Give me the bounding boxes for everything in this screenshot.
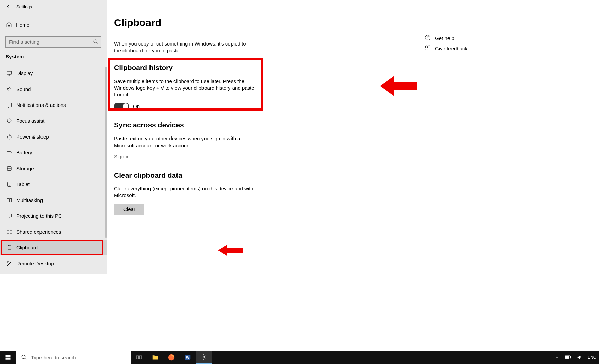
svg-rect-9 bbox=[7, 198, 9, 202]
clipboard-history-heading: Clipboard history bbox=[114, 64, 599, 72]
toggle-knob bbox=[123, 103, 128, 109]
svg-rect-25 bbox=[6, 358, 8, 360]
word-glyph-icon: W bbox=[184, 354, 191, 361]
svg-rect-36 bbox=[565, 356, 569, 359]
help-icon bbox=[424, 34, 432, 42]
sidebar-item-label: Power & sleep bbox=[16, 134, 49, 140]
clipboard-icon bbox=[6, 244, 13, 251]
sidebar-item-remote-desktop[interactable]: Remote Desktop bbox=[0, 255, 107, 271]
tray-language[interactable]: ENG bbox=[585, 355, 599, 360]
clipboard-history-toggle-row: On bbox=[114, 103, 599, 110]
taskbar-search[interactable]: Type here to search bbox=[16, 351, 131, 364]
projecting-icon bbox=[6, 213, 13, 219]
sidebar-item-multitasking[interactable]: Multitasking bbox=[0, 192, 107, 208]
annotation-arrow-1 bbox=[380, 76, 417, 96]
get-help-link[interactable]: Get help bbox=[424, 33, 467, 43]
tray-chevron[interactable] bbox=[552, 355, 562, 359]
section-clipboard-history: Clipboard history Save multiple items to… bbox=[114, 64, 599, 110]
sidebar-topbar: Settings bbox=[0, 0, 107, 13]
sidebar-item-label: Remote Desktop bbox=[16, 261, 54, 266]
clear-button[interactable]: Clear bbox=[114, 204, 144, 215]
sync-desc: Paste text on your other devices when yo… bbox=[114, 135, 256, 149]
sidebar-item-display[interactable]: Display bbox=[0, 65, 107, 81]
word-icon[interactable]: W bbox=[180, 351, 196, 364]
main-content: Clipboard When you copy or cut something… bbox=[107, 0, 599, 351]
tray-volume[interactable] bbox=[574, 355, 585, 360]
svg-marker-19 bbox=[218, 245, 243, 256]
svg-rect-2 bbox=[7, 103, 12, 107]
back-button[interactable] bbox=[0, 0, 16, 13]
svg-rect-26 bbox=[8, 358, 11, 360]
sidebar-item-label: Focus assist bbox=[16, 118, 44, 124]
sidebar-item-label: Battery bbox=[16, 150, 32, 155]
svg-rect-5 bbox=[11, 152, 12, 153]
search-icon bbox=[93, 39, 99, 44]
taskbar-pinned: W bbox=[131, 351, 212, 364]
svg-rect-11 bbox=[7, 214, 12, 217]
sidebar-item-tablet[interactable]: Tablet bbox=[0, 176, 107, 192]
display-icon bbox=[6, 70, 13, 77]
sidebar-item-label: Display bbox=[16, 70, 33, 76]
clipboard-history-toggle[interactable] bbox=[114, 103, 129, 110]
sidebar-item-label: Multitasking bbox=[16, 197, 43, 203]
sidebar-item-clipboard[interactable]: Clipboard bbox=[0, 240, 107, 255]
clipboard-history-desc: Save multiple items to the clipboard to … bbox=[114, 78, 256, 98]
clear-desc: Clear everything (except pinned items) o… bbox=[114, 185, 256, 199]
search-input[interactable] bbox=[5, 36, 101, 48]
svg-point-8 bbox=[9, 185, 9, 186]
nav-home-label: Home bbox=[16, 22, 29, 28]
task-view-icon[interactable] bbox=[131, 351, 147, 364]
sidebar-item-shared-exp[interactable]: Shared experiences bbox=[0, 224, 107, 240]
clear-heading: Clear clipboard data bbox=[114, 171, 599, 179]
sign-in-link[interactable]: Sign in bbox=[114, 154, 130, 159]
home-icon bbox=[6, 22, 12, 28]
tray-battery[interactable] bbox=[562, 355, 574, 359]
task-view-glyph-icon bbox=[135, 354, 143, 361]
tray-language-label: ENG bbox=[588, 355, 596, 360]
settings-app-icon[interactable] bbox=[196, 351, 212, 364]
start-button[interactable] bbox=[0, 351, 16, 364]
sidebar-item-battery[interactable]: Battery bbox=[0, 145, 107, 160]
sidebar-item-notifications[interactable]: Notifications & actions bbox=[0, 97, 107, 113]
svg-point-22 bbox=[425, 46, 428, 48]
windows-logo-icon bbox=[5, 354, 11, 360]
svg-rect-10 bbox=[10, 198, 12, 202]
sidebar-item-power-sleep[interactable]: Power & sleep bbox=[0, 129, 107, 145]
shared-exp-icon bbox=[6, 229, 13, 235]
sidebar-item-label: Clipboard bbox=[16, 245, 38, 250]
svg-rect-1 bbox=[7, 71, 12, 74]
sound-icon bbox=[6, 86, 13, 93]
get-help-label: Get help bbox=[435, 35, 454, 41]
nav-list: DisplaySoundNotifications & actionsFocus… bbox=[0, 65, 107, 271]
section-clear: Clear clipboard data Clear everything (e… bbox=[114, 171, 599, 215]
chevron-up-icon bbox=[555, 355, 559, 359]
gear-icon bbox=[200, 354, 207, 360]
arrow-left-icon bbox=[5, 4, 11, 10]
give-feedback-label: Give feedback bbox=[435, 46, 467, 51]
multitasking-icon bbox=[6, 197, 13, 204]
sidebar-item-focus-assist[interactable]: Focus assist bbox=[0, 113, 107, 129]
give-feedback-link[interactable]: Give feedback bbox=[424, 43, 467, 53]
taskbar-search-placeholder: Type here to search bbox=[31, 355, 76, 360]
remote-desktop-icon bbox=[6, 260, 13, 267]
nav-home[interactable]: Home bbox=[0, 18, 107, 32]
svg-point-27 bbox=[22, 355, 25, 359]
taskbar: Type here to search W ENG bbox=[0, 351, 599, 364]
svg-point-21 bbox=[428, 39, 428, 39]
firefox-glyph-icon bbox=[168, 354, 175, 361]
firefox-icon[interactable] bbox=[163, 351, 180, 364]
svg-point-33 bbox=[203, 356, 205, 358]
sidebar-item-projecting[interactable]: Projecting to this PC bbox=[0, 208, 107, 224]
focus-assist-icon bbox=[6, 118, 13, 124]
svg-rect-29 bbox=[139, 356, 142, 359]
sidebar-item-label: Shared experiences bbox=[16, 229, 61, 235]
annotation-arrow-2 bbox=[218, 245, 243, 256]
sidebar-item-storage[interactable]: Storage bbox=[0, 160, 107, 176]
svg-marker-18 bbox=[380, 76, 417, 96]
feedback-icon bbox=[424, 44, 432, 52]
category-heading: System bbox=[0, 48, 107, 65]
file-explorer-icon[interactable] bbox=[147, 351, 163, 364]
notifications-icon bbox=[6, 102, 13, 109]
tablet-icon bbox=[6, 181, 13, 188]
sidebar-item-sound[interactable]: Sound bbox=[0, 81, 107, 97]
